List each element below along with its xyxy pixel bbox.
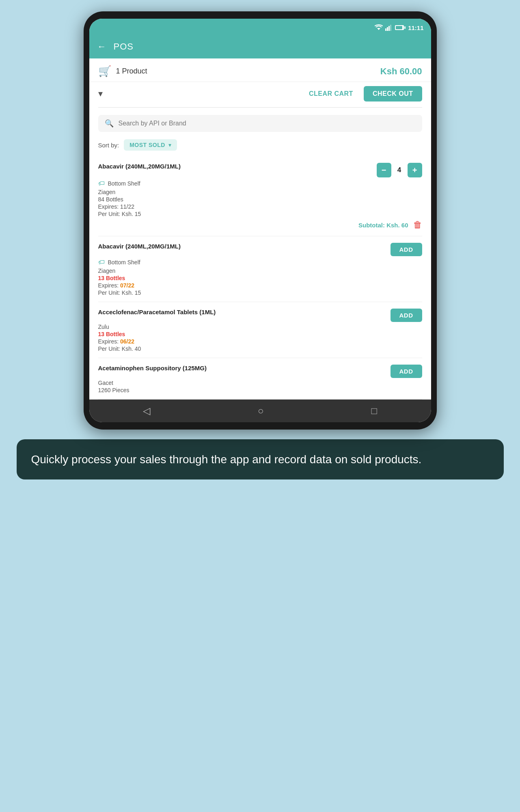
add-product-button[interactable]: ADD [391, 365, 422, 378]
product-stock: 13 Bottles [98, 331, 422, 337]
nav-recent-button[interactable]: □ [371, 405, 378, 417]
product-expires: Expires: 11/22 [98, 203, 422, 210]
search-input[interactable] [119, 120, 416, 127]
svg-rect-2 [387, 27, 388, 31]
chevron-down-icon[interactable]: ▾ [98, 89, 103, 99]
product-brand: Ziagen [98, 189, 422, 195]
product-expires: Expires: 07/22 [98, 282, 422, 289]
subtotal-text: Subtotal: Ksh. 60 [358, 222, 408, 229]
list-item: Abacavir (240ML,20MG/1ML) − 4 + 🏷 Bottom… [98, 156, 422, 236]
sort-dropdown-arrow-icon: ▾ [168, 142, 171, 148]
battery-icon [395, 25, 406, 30]
product-name: Acceclofenac/Paracetamol Tablets (1ML) [98, 309, 216, 315]
delete-item-button[interactable]: 🗑 [413, 220, 422, 230]
list-item: Acetaminophen Suppository (125MG) ADD Ga… [98, 358, 422, 400]
svg-rect-4 [390, 25, 391, 31]
product-stock: 13 Bottles [98, 275, 422, 281]
svg-marker-0 [377, 28, 380, 30]
tag-icon: 🏷 [98, 180, 105, 187]
svg-rect-6 [404, 26, 406, 29]
subtotal-row: Subtotal: Ksh. 60 🗑 [98, 220, 422, 230]
cart-icon: 🛒 [98, 65, 111, 78]
page-title: POS [114, 41, 134, 52]
product-top-row: Acceclofenac/Paracetamol Tablets (1ML) A… [98, 309, 422, 322]
add-product-button[interactable]: ADD [391, 309, 422, 322]
checkout-button[interactable]: CHECK OUT [364, 86, 422, 102]
device-screen: 11:11 ← POS 🛒 1 Product Ksh 60.00 ▾ CLEA… [89, 19, 431, 422]
expires-date: 11/22 [120, 203, 134, 210]
cart-buttons: CLEAR CART CHECK OUT [303, 86, 422, 102]
wifi-icon [375, 24, 383, 31]
product-stock: 84 Bottles [98, 196, 422, 203]
product-top-row: Abacavir (240ML,20MG/1ML) ADD [98, 243, 422, 256]
product-name: Abacavir (240ML,20MG/1ML) [98, 163, 181, 170]
product-tag-row: 🏷 Bottom Shelf [98, 259, 422, 266]
status-bar: 11:11 [89, 19, 431, 37]
product-tag-row: 🏷 Bottom Shelf [98, 180, 422, 187]
sort-dropdown-value: MOST SOLD [129, 142, 165, 148]
caption-text: Quickly process your sales through the a… [31, 451, 489, 468]
quantity-controls: − 4 + [377, 163, 422, 177]
back-button[interactable]: ← [97, 41, 106, 52]
product-shelf-tag: Bottom Shelf [108, 259, 140, 266]
search-icon: 🔍 [105, 119, 114, 128]
sort-label: Sort by: [98, 142, 119, 149]
quantity-increase-button[interactable]: + [408, 163, 422, 177]
top-bar: ← POS [89, 37, 431, 58]
product-price: Per Unit: Ksh. 15 [98, 211, 422, 217]
nav-back-button[interactable]: ◁ [143, 405, 150, 417]
svg-rect-3 [388, 26, 390, 31]
cart-actions: ▾ CLEAR CART CHECK OUT [89, 82, 431, 107]
status-icons: 11:11 [375, 24, 423, 31]
product-brand: Zulu [98, 324, 422, 330]
expires-date: 06/22 [120, 338, 134, 345]
status-time: 11:11 [408, 24, 423, 31]
product-price: Per Unit: Ksh. 15 [98, 289, 422, 296]
svg-rect-1 [385, 28, 386, 31]
bottom-caption: Quickly process your sales through the a… [17, 439, 504, 479]
search-box: 🔍 [98, 115, 422, 132]
product-expires: Expires: 06/22 [98, 338, 422, 345]
product-brand: Ziagen [98, 268, 422, 274]
product-top-row: Abacavir (240ML,20MG/1ML) − 4 + [98, 163, 422, 177]
cart-summary: 🛒 1 Product Ksh 60.00 [89, 58, 431, 82]
product-list: Abacavir (240ML,20MG/1ML) − 4 + 🏷 Bottom… [89, 156, 431, 400]
list-item: Abacavir (240ML,20MG/1ML) ADD 🏷 Bottom S… [98, 236, 422, 302]
product-stock: 1260 Pieces [98, 387, 422, 393]
expires-date: 07/22 [120, 282, 134, 289]
sort-row: Sort by: MOST SOLD ▾ [89, 137, 431, 156]
signal-icon [385, 24, 393, 31]
product-name: Acetaminophen Suppository (125MG) [98, 365, 207, 371]
tag-icon: 🏷 [98, 259, 105, 266]
search-section: 🔍 [89, 108, 431, 137]
cart-total: Ksh 60.00 [380, 66, 422, 77]
product-top-row: Acetaminophen Suppository (125MG) ADD [98, 365, 422, 378]
list-item: Acceclofenac/Paracetamol Tablets (1ML) A… [98, 302, 422, 358]
product-brand: Gacet [98, 380, 422, 386]
cart-left: 🛒 1 Product [98, 65, 147, 78]
cart-product-count: 1 Product [116, 67, 147, 76]
nav-bar: ◁ ○ □ [89, 400, 431, 422]
nav-home-button[interactable]: ○ [258, 405, 264, 417]
product-shelf-tag: Bottom Shelf [108, 180, 140, 187]
svg-rect-7 [396, 26, 402, 29]
product-name: Abacavir (240ML,20MG/1ML) [98, 243, 181, 250]
sort-dropdown[interactable]: MOST SOLD ▾ [124, 139, 177, 151]
device-wrapper: 11:11 ← POS 🛒 1 Product Ksh 60.00 ▾ CLEA… [84, 11, 437, 430]
quantity-decrease-button[interactable]: − [377, 163, 391, 177]
add-product-button[interactable]: ADD [391, 243, 422, 256]
product-price: Per Unit: Ksh. 40 [98, 346, 422, 352]
clear-cart-button[interactable]: CLEAR CART [303, 87, 359, 101]
quantity-value: 4 [391, 166, 408, 174]
